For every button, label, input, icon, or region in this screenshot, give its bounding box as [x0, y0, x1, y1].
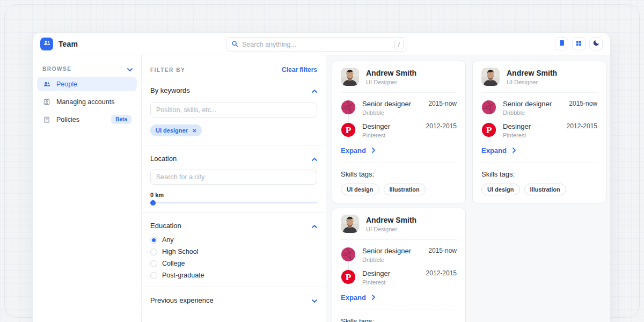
- skill-tag[interactable]: UI design: [341, 184, 379, 195]
- person-card: Andrew Smith UI Designer Senior designer…: [332, 208, 466, 322]
- keywords-input[interactable]: [150, 103, 317, 118]
- sidebar-item-label: People: [56, 80, 77, 88]
- book-button[interactable]: [555, 37, 568, 50]
- radio-label: High School: [162, 248, 198, 255]
- radio-icon[interactable]: [150, 237, 157, 244]
- chevron-up-icon: [312, 221, 317, 230]
- people-icon: [43, 39, 51, 49]
- position-row: Senior designer Dribbble 2015-now: [341, 247, 457, 263]
- location-section-header[interactable]: Location: [150, 153, 317, 163]
- experience-timeline: Senior designer Dribbble 2015-now P Desi…: [341, 247, 457, 286]
- dribbble-icon: [341, 247, 356, 262]
- position-period: 2015-now: [428, 100, 457, 107]
- person-role: UI Designer: [507, 79, 557, 85]
- person-role: UI Designer: [366, 79, 416, 85]
- cards-grid: Andrew Smith UI Designer Senior designer…: [326, 55, 610, 322]
- person-role: UI Designer: [366, 226, 416, 232]
- svg-text:P: P: [486, 125, 492, 135]
- radio-icon[interactable]: [150, 248, 157, 255]
- divider: [481, 92, 597, 93]
- keyword-chip[interactable]: UI designer ✕: [150, 125, 202, 136]
- pinterest-icon: P: [481, 122, 496, 137]
- filter-panel: FILTER BY Clear filters By keywords UI d…: [142, 55, 326, 322]
- experience-section-header[interactable]: Previous experience: [150, 295, 317, 305]
- people-icon: [42, 80, 51, 89]
- position-row: P Desinger Pinterest 2012-2015: [341, 122, 457, 138]
- pinterest-icon: P: [341, 122, 356, 137]
- radio-icon[interactable]: [150, 272, 157, 279]
- education-section-header[interactable]: Education: [150, 221, 317, 230]
- keywords-label: By keywords: [150, 86, 190, 94]
- expand-label: Expand: [481, 147, 507, 155]
- skill-tag[interactable]: Illustration: [384, 184, 426, 195]
- city-search-input[interactable]: [150, 170, 317, 185]
- position-company: Dribbble: [503, 109, 552, 116]
- position-period: 2012-2015: [426, 269, 457, 277]
- sidebar-item-label: Policies: [56, 116, 79, 123]
- distance-value: 0 km: [150, 192, 317, 198]
- skill-tag[interactable]: Illustration: [524, 184, 566, 195]
- expand-button[interactable]: Expand: [341, 147, 457, 155]
- expand-button[interactable]: Expand: [341, 294, 457, 302]
- dribbble-icon: [481, 100, 496, 115]
- radio-option-post-graduate[interactable]: Post-graduate: [150, 272, 317, 279]
- close-icon[interactable]: ✕: [192, 128, 196, 134]
- position-period: 2012-2015: [567, 122, 597, 130]
- radio-label: Post-graduate: [162, 272, 204, 279]
- person-name: Andrew Smith: [366, 69, 416, 77]
- app-body: BROWSE People Managing accounts: [33, 55, 610, 322]
- divider: [341, 310, 457, 310]
- position-company: Dribbble: [362, 109, 411, 116]
- avatar: [341, 215, 359, 233]
- search-icon: [231, 40, 238, 49]
- divider: [142, 145, 326, 145]
- clear-filters-link[interactable]: Clear filters: [282, 66, 317, 74]
- expand-label: Expand: [341, 294, 366, 302]
- app-title: Team: [58, 40, 78, 48]
- policy-icon: [42, 115, 51, 124]
- position-title: Desinger: [362, 269, 390, 277]
- beta-badge: Beta: [111, 115, 131, 124]
- sidebar-item-label: Managing accounts: [56, 98, 114, 106]
- moon-icon: [592, 39, 600, 49]
- skill-tag[interactable]: UI design: [481, 184, 520, 195]
- position-title: Senior designer: [362, 247, 411, 255]
- filter-by-label: FILTER BY: [150, 67, 185, 73]
- skills-label: Skills tags:: [481, 170, 597, 178]
- keywords-section-header[interactable]: By keywords: [150, 85, 317, 95]
- position-period: 2015-now: [569, 100, 597, 107]
- keyword-chip-label: UI designer: [156, 127, 188, 134]
- chevron-down-icon: [312, 295, 317, 305]
- slider-thumb[interactable]: [150, 200, 156, 206]
- expand-button[interactable]: Expand: [481, 147, 597, 155]
- dark-mode-button[interactable]: [589, 37, 603, 50]
- apps-grid-button[interactable]: [572, 37, 586, 50]
- radio-option-any[interactable]: Any: [150, 236, 317, 244]
- position-company: Dribbble: [362, 257, 411, 263]
- person-card: Andrew Smith UI Designer Senior designer…: [472, 61, 606, 203]
- distance-slider[interactable]: [150, 202, 317, 203]
- radio-option-college[interactable]: College: [150, 260, 317, 267]
- search-bar[interactable]: /: [226, 37, 407, 52]
- sidebar-item-managing-accounts[interactable]: Managing accounts: [37, 94, 137, 109]
- avatar: [481, 68, 500, 86]
- browse-section-header[interactable]: BROWSE: [37, 64, 137, 74]
- divider: [341, 92, 457, 93]
- person-name: Andrew Smith: [507, 69, 557, 77]
- radio-icon[interactable]: [150, 260, 157, 267]
- svg-text:P: P: [346, 125, 352, 135]
- pinterest-icon: P: [341, 269, 356, 284]
- divider: [142, 287, 326, 287]
- skills-label: Skills tags:: [341, 317, 457, 322]
- grid-icon: [575, 39, 582, 49]
- radio-option-high-school[interactable]: High School: [150, 248, 317, 255]
- person-card: Andrew Smith UI Designer Senior designer…: [332, 61, 466, 203]
- sidebar-item-policies[interactable]: Policies Beta: [37, 112, 137, 127]
- chevron-up-icon: [312, 153, 317, 163]
- search-input[interactable]: [242, 41, 394, 48]
- sidebar: BROWSE People Managing accounts: [33, 55, 142, 322]
- book-icon: [558, 39, 566, 49]
- app-header: Team /: [33, 33, 610, 55]
- radio-label: College: [162, 260, 185, 267]
- sidebar-item-people[interactable]: People: [37, 77, 137, 91]
